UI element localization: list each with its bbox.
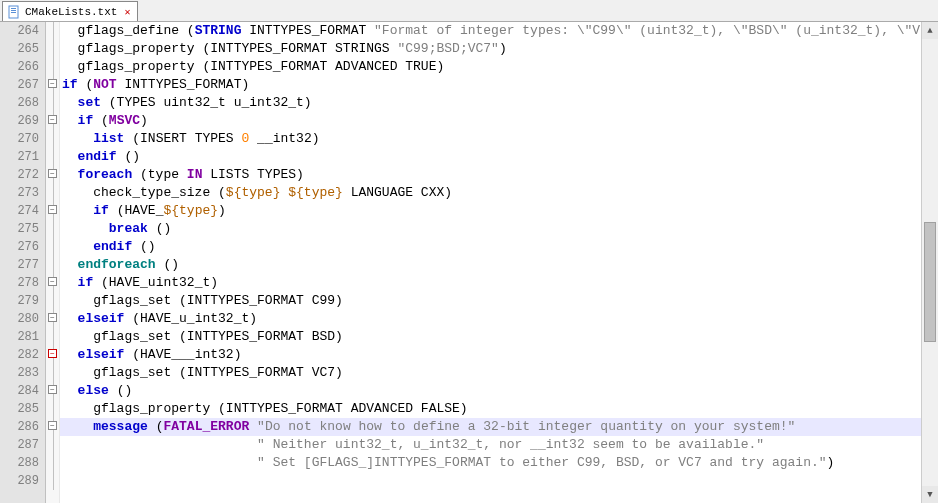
code-line[interactable]: message (FATAL_ERROR "Do not know how to… [60,418,938,436]
fold-cell [46,220,59,238]
line-number: 279 [0,292,39,310]
code-line[interactable] [60,472,938,490]
code-token [62,257,78,272]
code-token: endif [93,239,132,254]
code-line[interactable]: gflags_define (STRING INTTYPES_FORMAT "F… [60,22,938,40]
code-token: INTTYPES_FORMAT) [117,77,250,92]
file-tab[interactable]: CMakeLists.txt ✕ [2,1,138,21]
line-number: 275 [0,220,39,238]
line-number: 267 [0,76,39,94]
code-area[interactable]: gflags_define (STRING INTTYPES_FORMAT "F… [60,22,938,503]
fold-cell: − [46,112,59,130]
code-line[interactable]: " Neither uint32_t, u_int32_t, nor __int… [60,436,938,454]
fold-toggle-icon[interactable]: − [48,205,57,214]
code-line[interactable]: gflags_set (INTTYPES_FORMAT C99) [60,292,938,310]
code-line[interactable]: if (HAVE_uint32_t) [60,274,938,292]
fold-toggle-icon[interactable]: − [48,349,57,358]
code-line[interactable]: gflags_property (INTTYPES_FORMAT ADVANCE… [60,58,938,76]
code-token: check_type_size ( [62,185,226,200]
line-number: 288 [0,454,39,472]
line-number: 277 [0,256,39,274]
code-line[interactable]: else () [60,382,938,400]
fold-cell [46,256,59,274]
line-number: 271 [0,148,39,166]
code-line[interactable]: " Set [GFLAGS_]INTTYPES_FORMAT to either… [60,454,938,472]
code-line[interactable]: endif () [60,238,938,256]
code-token [62,419,93,434]
code-token: " Set [GFLAGS_]INTTYPES_FORMAT to either… [257,455,827,470]
vertical-scrollbar[interactable]: ▲ ▼ [921,22,938,503]
line-number: 265 [0,40,39,58]
code-token: if [78,113,94,128]
close-icon[interactable]: ✕ [121,6,133,18]
code-token: ) [499,41,507,56]
code-line[interactable]: elseif (HAVE_u_int32_t) [60,310,938,328]
scrollbar-thumb[interactable] [924,222,936,342]
editor-pane: 2642652662672682692702712722732742752762… [0,22,938,503]
code-token: gflags_set (INTTYPES_FORMAT VC7) [62,365,343,380]
fold-toggle-icon[interactable]: − [48,421,57,430]
code-line[interactable]: gflags_set (INTTYPES_FORMAT VC7) [60,364,938,382]
code-token: endif [78,149,117,164]
code-line[interactable]: list (INSERT TYPES 0 __int32) [60,130,938,148]
code-token [62,383,78,398]
tab-filename: CMakeLists.txt [25,6,117,18]
code-token: "Format of integer types: \"C99\" (uint3… [374,23,938,38]
code-token [62,131,93,146]
fold-cell [46,472,59,490]
code-token: ( [148,419,164,434]
fold-cell [46,238,59,256]
code-line[interactable]: gflags_property (INTTYPES_FORMAT STRINGS… [60,40,938,58]
code-line[interactable]: if (HAVE_${type}) [60,202,938,220]
code-token: message [93,419,148,434]
code-token [62,167,78,182]
code-line[interactable]: endforeach () [60,256,938,274]
fold-toggle-icon[interactable]: − [48,277,57,286]
code-token: gflags_set (INTTYPES_FORMAT C99) [62,293,343,308]
line-number: 283 [0,364,39,382]
code-token: NOT [93,77,116,92]
fold-cell [46,148,59,166]
code-token: ${type} [163,203,218,218]
code-token: "Do not know how to define a 32-bit inte… [257,419,795,434]
code-token: else [78,383,109,398]
code-line[interactable]: elseif (HAVE___int32) [60,346,938,364]
fold-cell: − [46,274,59,292]
fold-cell [46,184,59,202]
code-line[interactable]: gflags_property (INTTYPES_FORMAT ADVANCE… [60,400,938,418]
code-token: if [78,275,94,290]
code-token: __int32) [249,131,319,146]
code-token: gflags_property (INTTYPES_FORMAT ADVANCE… [62,401,468,416]
code-token: gflags_define ( [62,23,195,38]
code-token: (HAVE_u_int32_t) [124,311,257,326]
scroll-down-arrow-icon[interactable]: ▼ [922,486,938,503]
line-number: 287 [0,436,39,454]
line-number: 286 [0,418,39,436]
code-token [62,149,78,164]
fold-cell: − [46,346,59,364]
code-line[interactable]: if (MSVC) [60,112,938,130]
fold-toggle-icon[interactable]: − [48,115,57,124]
fold-toggle-icon[interactable]: − [48,385,57,394]
code-token [62,347,78,362]
code-line[interactable]: check_type_size (${type} ${type} LANGUAG… [60,184,938,202]
code-token: (HAVE_uint32_t) [93,275,218,290]
code-line[interactable]: foreach (type IN LISTS TYPES) [60,166,938,184]
code-line[interactable]: if (NOT INTTYPES_FORMAT) [60,76,938,94]
code-token [62,239,93,254]
code-line[interactable]: break () [60,220,938,238]
fold-toggle-icon[interactable]: − [48,79,57,88]
code-line[interactable]: endif () [60,148,938,166]
fold-toggle-icon[interactable]: − [48,313,57,322]
code-token [62,221,109,236]
tab-bar: CMakeLists.txt ✕ [0,0,938,22]
line-number: 278 [0,274,39,292]
code-token [62,113,78,128]
fold-toggle-icon[interactable]: − [48,169,57,178]
code-token: " Neither uint32_t, u_int32_t, nor __int… [257,437,764,452]
scroll-up-arrow-icon[interactable]: ▲ [922,22,938,39]
code-line[interactable]: set (TYPES uint32_t u_int32_t) [60,94,938,112]
code-token: if [93,203,109,218]
line-number: 285 [0,400,39,418]
code-line[interactable]: gflags_set (INTTYPES_FORMAT BSD) [60,328,938,346]
